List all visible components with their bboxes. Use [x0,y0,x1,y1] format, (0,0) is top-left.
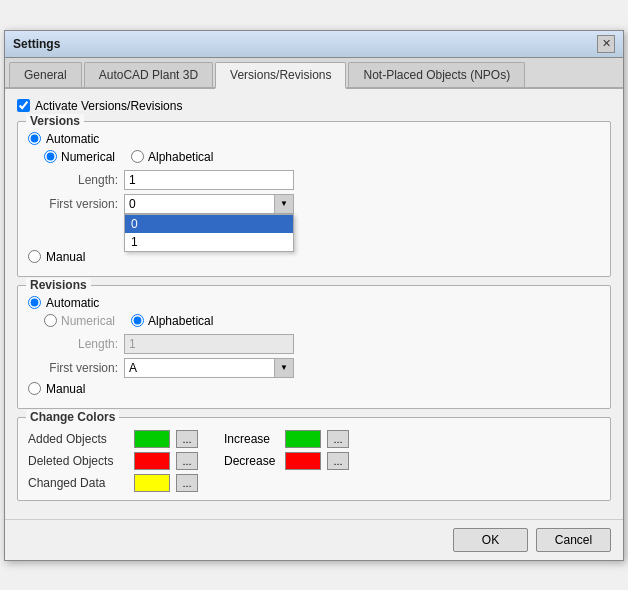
versions-numerical-label[interactable]: Numerical [61,150,115,164]
versions-type-row: Numerical Alphabetical [44,150,600,164]
changed-data-row: Changed Data ... [28,474,600,492]
versions-alphabetical-label[interactable]: Alphabetical [148,150,213,164]
versions-first-version-row: First version: 0 ▼ 0 1 [44,194,600,214]
activate-checkbox[interactable] [17,99,30,112]
versions-length-row: Length: [44,170,600,190]
revisions-dropdown-value: A [125,360,293,376]
revisions-dropdown-display[interactable]: A ▼ [124,358,294,378]
close-button[interactable]: ✕ [597,35,615,53]
versions-group-title: Versions [26,114,84,128]
revisions-length-row: Length: [44,334,600,354]
versions-automatic-row: Automatic [28,132,600,146]
deleted-objects-color-swatch [134,452,170,470]
changed-data-color-swatch [134,474,170,492]
activate-row: Activate Versions/Revisions [17,99,611,113]
change-colors-group: Change Colors Added Objects ... Increase… [17,417,611,501]
versions-group: Versions Automatic Numerical Alphabetica… [17,121,611,277]
revisions-automatic-row: Automatic [28,296,600,310]
revisions-group: Revisions Automatic Numerical Alphabetic… [17,285,611,409]
tab-npo[interactable]: Not-Placed Objects (NPOs) [348,62,525,87]
tab-general[interactable]: General [9,62,82,87]
revisions-alphabetical-label[interactable]: Alphabetical [148,314,213,328]
added-objects-color-swatch [134,430,170,448]
revisions-numerical-label[interactable]: Numerical [61,314,115,328]
revisions-first-version-row: First version: A ▼ [44,358,600,378]
tab-versions-revisions[interactable]: Versions/Revisions [215,62,346,89]
revisions-length-label: Length: [44,337,124,351]
versions-alphabetical-radio[interactable] [131,150,144,163]
revisions-content: Automatic Numerical Alphabetical Length: [28,296,600,396]
decrease-color-swatch [285,452,321,470]
versions-dropdown-list: 0 1 [124,214,294,252]
versions-manual-label[interactable]: Manual [46,250,85,264]
window-title: Settings [13,37,60,51]
changed-data-label: Changed Data [28,476,128,490]
versions-length-label: Length: [44,173,124,187]
color-rows: Added Objects ... Increase ... Deleted O… [28,430,600,492]
revisions-alphabetical-radio[interactable] [131,314,144,327]
footer: OK Cancel [5,519,623,560]
revisions-type-row: Numerical Alphabetical [44,314,600,328]
revisions-manual-radio[interactable] [28,382,41,395]
revisions-manual-label[interactable]: Manual [46,382,85,396]
cancel-button[interactable]: Cancel [536,528,611,552]
versions-dropdown-value: 0 [125,196,293,212]
ok-button[interactable]: OK [453,528,528,552]
change-colors-title: Change Colors [26,410,119,424]
versions-numerical-radio[interactable] [44,150,57,163]
versions-automatic-radio[interactable] [28,132,41,145]
activate-label[interactable]: Activate Versions/Revisions [35,99,182,113]
versions-first-version-label: First version: [44,197,124,211]
changed-data-ellipsis-button[interactable]: ... [176,474,198,492]
tab-bar: General AutoCAD Plant 3D Versions/Revisi… [5,58,623,89]
versions-dropdown-item-1[interactable]: 1 [125,233,293,251]
tab-content: Activate Versions/Revisions Versions Aut… [5,89,623,519]
tab-autocad[interactable]: AutoCAD Plant 3D [84,62,213,87]
versions-content: Automatic Numerical Alphabetical Length: [28,132,600,264]
revisions-manual-row: Manual [28,382,600,396]
revisions-group-title: Revisions [26,278,91,292]
added-objects-ellipsis-button[interactable]: ... [176,430,198,448]
versions-manual-row: Manual [28,250,600,264]
versions-length-input[interactable] [124,170,294,190]
revisions-numerical-radio[interactable] [44,314,57,327]
deleted-objects-ellipsis-button[interactable]: ... [176,452,198,470]
title-bar: Settings ✕ [5,31,623,58]
settings-window: Settings ✕ General AutoCAD Plant 3D Vers… [4,30,624,561]
increase-ellipsis-button[interactable]: ... [327,430,349,448]
revisions-automatic-label[interactable]: Automatic [46,296,99,310]
versions-automatic-label[interactable]: Automatic [46,132,99,146]
versions-manual-radio[interactable] [28,250,41,263]
versions-dropdown-item-0[interactable]: 0 [125,215,293,233]
decrease-ellipsis-button[interactable]: ... [327,452,349,470]
deleted-objects-label: Deleted Objects [28,454,128,468]
added-objects-row: Added Objects ... Increase ... [28,430,600,448]
decrease-label: Decrease [224,454,279,468]
increase-color-swatch [285,430,321,448]
versions-dropdown-display[interactable]: 0 ▼ [124,194,294,214]
revisions-automatic-radio[interactable] [28,296,41,309]
deleted-objects-row: Deleted Objects ... Decrease ... [28,452,600,470]
versions-first-version-dropdown-container: 0 ▼ 0 1 [124,194,294,214]
revisions-first-version-dropdown-container: A ▼ [124,358,294,378]
increase-label: Increase [224,432,279,446]
revisions-length-input[interactable] [124,334,294,354]
revisions-first-version-label: First version: [44,361,124,375]
added-objects-label: Added Objects [28,432,128,446]
